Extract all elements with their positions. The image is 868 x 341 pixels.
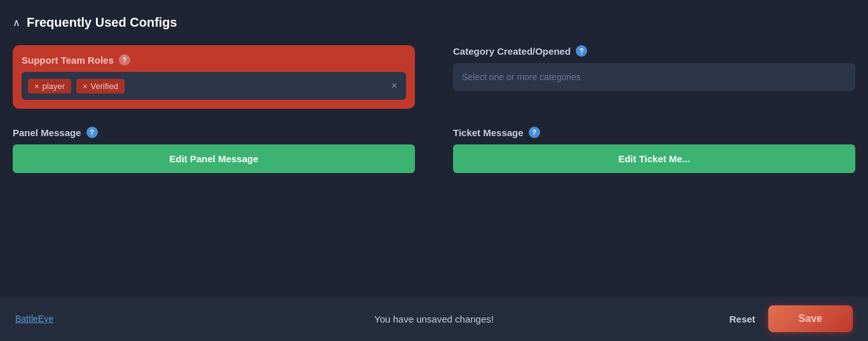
category-created-help-icon[interactable]: ? bbox=[576, 45, 587, 57]
reset-button[interactable]: Reset bbox=[729, 314, 756, 324]
ticket-message-field: Ticket Message ? Edit Ticket Me... bbox=[453, 127, 855, 173]
category-created-select[interactable]: Select one or more categories bbox=[453, 63, 855, 91]
tag-verified-remove[interactable]: × bbox=[83, 81, 88, 91]
tag-player[interactable]: × player bbox=[28, 79, 71, 94]
bottom-bar-left: BattleEye bbox=[15, 314, 294, 324]
ticket-message-help-icon[interactable]: ? bbox=[529, 127, 540, 138]
support-team-roles-field: Support Team Roles ? × player × Verified… bbox=[13, 45, 415, 109]
edit-panel-message-button[interactable]: Edit Panel Message bbox=[13, 144, 415, 173]
bottom-bar-right: Reset Save bbox=[574, 305, 853, 332]
bottom-bar-center: You have unsaved changes! bbox=[294, 314, 573, 324]
unsaved-changes-text: You have unsaved changes! bbox=[374, 314, 494, 324]
save-button[interactable]: Save bbox=[768, 305, 853, 332]
edit-ticket-message-button[interactable]: Edit Ticket Me... bbox=[453, 144, 855, 173]
panel-message-field: Panel Message ? Edit Panel Message bbox=[13, 127, 415, 173]
bottom-bar: BattleEye You have unsaved changes! Rese… bbox=[0, 296, 868, 341]
tag-verified-label: Verified bbox=[91, 81, 118, 91]
category-created-label: Category Created/Opened ? bbox=[453, 45, 855, 57]
category-created-field: Category Created/Opened ? Select one or … bbox=[453, 45, 855, 109]
support-team-roles-text: Support Team Roles bbox=[22, 55, 114, 66]
section-header: ∧ Frequently Used Configs bbox=[13, 15, 855, 30]
battleye-link[interactable]: BattleEye bbox=[15, 314, 53, 324]
panel-message-help-icon[interactable]: ? bbox=[86, 127, 98, 138]
tag-player-remove[interactable]: × bbox=[34, 81, 39, 91]
support-team-roles-label: Support Team Roles ? bbox=[22, 54, 406, 66]
tags-clear-button[interactable]: × bbox=[389, 80, 400, 92]
category-created-text: Category Created/Opened bbox=[453, 46, 571, 57]
panel-message-text: Panel Message bbox=[13, 127, 81, 138]
main-content: ∧ Frequently Used Configs Support Team R… bbox=[0, 0, 868, 173]
tag-player-label: player bbox=[43, 81, 65, 91]
support-team-roles-help-icon[interactable]: ? bbox=[119, 54, 130, 66]
ticket-message-label: Ticket Message ? bbox=[453, 127, 855, 138]
category-created-placeholder: Select one or more categories bbox=[462, 72, 581, 82]
section-title: Frequently Used Configs bbox=[27, 15, 177, 30]
collapse-icon[interactable]: ∧ bbox=[13, 17, 20, 29]
ticket-message-text: Ticket Message bbox=[453, 127, 524, 138]
form-grid: Support Team Roles ? × player × Verified… bbox=[13, 45, 855, 173]
tag-verified[interactable]: × Verified bbox=[76, 79, 125, 94]
support-team-roles-input[interactable]: × player × Verified × bbox=[22, 72, 406, 100]
panel-message-label: Panel Message ? bbox=[13, 127, 415, 138]
